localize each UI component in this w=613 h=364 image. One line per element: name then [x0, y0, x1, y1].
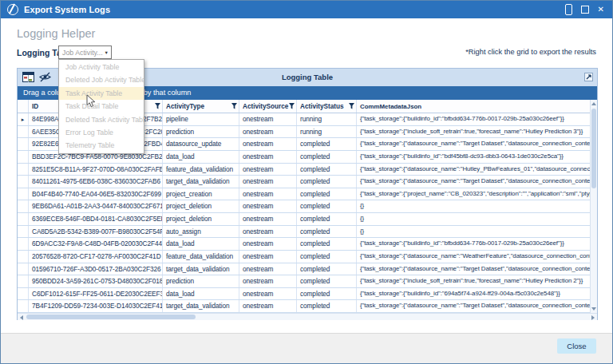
table-row[interactable]: 7B4F1209-DD59-7234-003E-D14030C2EF41targ…: [18, 300, 591, 313]
cell-activity_status: completed: [297, 188, 357, 200]
cell-id: 8251E5C8-B11A-9F27-070D-08A030C2FAFB: [29, 164, 163, 176]
expand-grid-icon[interactable]: [584, 73, 593, 81]
row-selector-cell: [18, 300, 29, 312]
scroll-up-icon[interactable]: [591, 102, 596, 105]
row-selector-cell: [18, 151, 29, 163]
maximize-icon[interactable]: [581, 6, 589, 14]
cell-id: 84011261-4975-6EB6-038C-836030C2FAB6: [29, 176, 163, 188]
cell-activity_type: project_creation: [163, 188, 239, 200]
row-selector-cell: [18, 176, 29, 188]
filter-funnel-icon[interactable]: [289, 103, 295, 109]
dropdown-item-task-activity-table[interactable]: Task Activity Table: [59, 87, 144, 100]
cell-activity_status: completed: [297, 288, 357, 300]
cell-id: B04F4B40-7740-EA04-06E5-832030C2F699: [29, 188, 163, 200]
export-system-logs-dialog: Export System Logs ✕ Logging Helper Logg…: [0, 0, 613, 364]
row-selector-cell: [18, 238, 29, 250]
cell-id: 950BDD24-3A59-261C-0753-D48030C2F018: [29, 275, 163, 287]
row-selector-cell: [18, 200, 29, 212]
vertical-scrollbar[interactable]: [590, 100, 597, 313]
row-selector-cell: ▸: [18, 113, 29, 125]
cell-activity_type: datasource_update: [163, 138, 239, 150]
column-header-label: CommMetadataJson: [360, 103, 421, 110]
row-selector-cell: [18, 126, 29, 138]
cell-comm_metadata_json: {}: [357, 200, 591, 212]
cell-activity_status: completed: [297, 213, 357, 225]
cell-activity_type: feature_data_validation: [163, 251, 239, 263]
table-row[interactable]: 01596710-726F-A3D0-0517-2BA030C2F326targ…: [18, 263, 591, 276]
row-selector-header: [18, 100, 29, 113]
cell-activity_source: onestream: [239, 200, 297, 212]
table-row[interactable]: 950BDD24-3A59-261C-0753-D48030C2F018pred…: [18, 275, 591, 288]
cell-activity_status: completed: [297, 200, 357, 212]
table-row[interactable]: 9EB6DA61-A01B-2AA3-0447-840030C2F671proj…: [18, 200, 591, 213]
dropdown-item-deleted-job-activity-table[interactable]: Deleted Job Activity Table: [59, 73, 144, 86]
cell-activity_source: onestream: [239, 126, 297, 138]
scroll-down-icon[interactable]: [591, 307, 596, 311]
row-selector-cell: [18, 288, 29, 300]
cell-comm_metadata_json: {"task_storage":{"datasource_name":"Hutl…: [357, 164, 591, 176]
row-selector-cell: [18, 188, 29, 200]
dialog-footer: Close: [1, 333, 612, 363]
table-row[interactable]: B04F4B40-7740-EA04-06E5-832030C2F699proj…: [18, 188, 591, 201]
horizontal-scroll-thumb[interactable]: [26, 315, 196, 319]
cell-activity_status: running: [297, 113, 357, 125]
table-row[interactable]: CA8D5A2B-5342-B389-007F-B98030C2F54Fauto…: [18, 226, 591, 239]
close-button[interactable]: Close: [557, 338, 596, 354]
scroll-left-icon[interactable]: [20, 315, 23, 320]
filter-funnel-icon[interactable]: [155, 103, 160, 109]
column-header-activitystatus[interactable]: ActivityStatus: [297, 100, 357, 113]
cell-activity_type: data_load: [163, 288, 239, 300]
dropdown-item-deleted-task-activity-table[interactable]: Deleted Task Activity Table: [59, 113, 144, 126]
row-selector-cell: [18, 263, 29, 275]
onestream-logo-icon: [7, 4, 18, 15]
cell-activity_source: onestream: [239, 263, 297, 275]
cell-activity_type: feature_data_validation: [163, 164, 239, 176]
cell-comm_metadata_json: {"task_storage":{"datasource_name":"Targ…: [357, 176, 591, 188]
table-row[interactable]: 20576528-8720-CF17-0278-AF0030C2F41Dfeat…: [18, 251, 591, 263]
cell-comm_metadata_json: {}: [357, 226, 591, 238]
column-header-commmetadatajson[interactable]: CommMetadataJson: [357, 100, 591, 113]
dropdown-item-job-activity-table[interactable]: Job Activity Table: [59, 61, 144, 73]
cell-activity_status: running: [297, 126, 357, 138]
table-row[interactable]: 6369ECE8-546F-0BD4-0181-CA8030C2F5EFproj…: [18, 213, 591, 226]
table-row[interactable]: 6D9ACC32-F9A8-C48D-04FB-020030C2F441data…: [18, 238, 591, 251]
column-header-label: ID: [32, 103, 38, 110]
column-header-activitytype[interactable]: ActivityType: [163, 100, 239, 113]
cell-activity_source: onestream: [239, 176, 297, 188]
scroll-right-icon[interactable]: [591, 315, 595, 320]
cell-activity_source: onestream: [239, 138, 297, 150]
row-selector-cell: [18, 226, 29, 238]
row-selector-cell: [18, 275, 29, 287]
cell-comm_metadata_json: {"task_storage":{"include_soft_retrain":…: [357, 275, 591, 287]
filter-funnel-icon[interactable]: [349, 103, 354, 109]
dropdown-item-error-log-table[interactable]: Error Log Table: [59, 126, 144, 139]
horizontal-scrollbar[interactable]: [18, 313, 597, 320]
cell-comm_metadata_json: {"task_storage":{"buildinfo_id":"bfbdd63…: [357, 238, 591, 250]
cell-activity_source: onestream: [239, 226, 297, 238]
pin-icon[interactable]: [565, 4, 572, 15]
page-title: Logging Helper: [17, 27, 95, 40]
close-icon[interactable]: ✕: [598, 6, 604, 14]
logging-table-dropdown-list: Job Activity TableDeleted Job Activity T…: [58, 59, 144, 154]
window-title: Export System Logs: [24, 5, 110, 14]
logging-table-select[interactable]: Job Activity... ▼: [58, 46, 112, 59]
filter-funnel-icon[interactable]: [231, 103, 237, 109]
cell-id: 9EB6DA61-A01B-2AA3-0447-840030C2F671: [29, 200, 163, 212]
cell-activity_source: onestream: [239, 151, 297, 163]
table-row[interactable]: C6DF1012-615F-FF25-0611-DE2030C2EEF3data…: [18, 288, 591, 301]
row-selector-cell: [18, 164, 29, 176]
cell-activity_type: data_load: [163, 238, 239, 250]
cell-activity_source: onestream: [239, 251, 297, 263]
table-row[interactable]: 84011261-4975-6EB6-038C-836030C2FAB6targ…: [18, 176, 591, 188]
dropdown-item-task-detail-table[interactable]: Task Detail Table: [59, 100, 144, 113]
cell-id: 7B4F1209-DD59-7234-003E-D14030C2EF41: [29, 300, 163, 312]
vertical-scroll-thumb[interactable]: [591, 109, 596, 188]
column-header-activitysource[interactable]: ActivitySource: [239, 100, 297, 113]
cell-comm_metadata_json: {"task_storage":{"datasource_name":"Targ…: [357, 300, 591, 312]
dropdown-item-telemetry-table[interactable]: Telemetry Table: [59, 139, 144, 152]
mouse-cursor: [86, 94, 97, 109]
cell-activity_status: completed: [297, 138, 357, 150]
cell-comm_metadata_json: {"task_storage":{"project_name":"CB_0203…: [357, 188, 591, 200]
table-row[interactable]: 8251E5C8-B11A-9F27-070D-08A030C2FAFBfeat…: [18, 164, 591, 176]
column-header-label: ActivitySource: [243, 103, 288, 110]
